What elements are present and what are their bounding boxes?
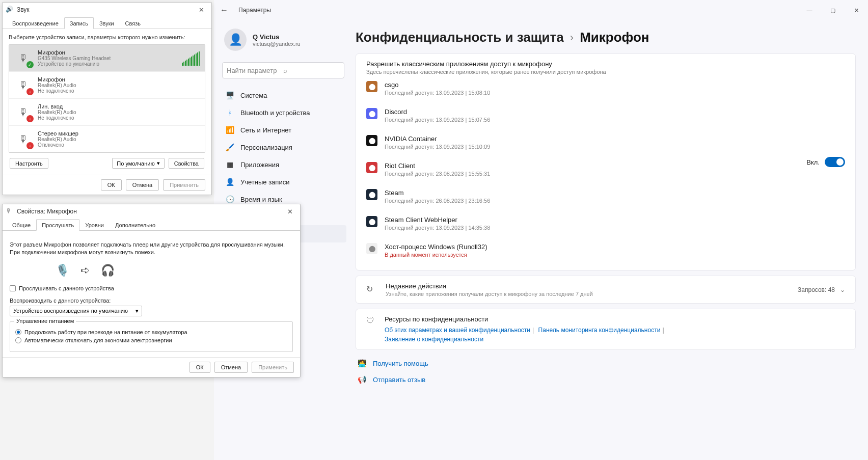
nav-icon: 🖌️ bbox=[225, 143, 234, 152]
tab-comm[interactable]: Связь bbox=[120, 17, 146, 29]
device-icon: 🎙↓ bbox=[14, 76, 33, 94]
sidebar-item[interactable]: ▦Приложения bbox=[220, 156, 346, 173]
maximize-button[interactable]: ▢ bbox=[821, 0, 845, 20]
resource-link-statement[interactable]: Заявление о конфиденциальности bbox=[385, 336, 483, 343]
sidebar-item[interactable]: ᚼBluetooth и устройства bbox=[220, 104, 346, 121]
recent-activity-card[interactable]: ↻ Недавние действия Узнайте, какие прило… bbox=[356, 276, 856, 304]
tab-general[interactable]: Общие bbox=[7, 219, 36, 231]
mic-dialog-title: Свойства: Микрофон bbox=[17, 208, 77, 215]
minimize-button[interactable]: — bbox=[798, 0, 821, 20]
close-button[interactable]: ✕ bbox=[845, 0, 868, 20]
avatar: 👤 bbox=[224, 29, 247, 51]
nav-icon: ▦ bbox=[225, 160, 234, 169]
default-dropdown[interactable]: По умолчанию ▾ bbox=[112, 158, 164, 169]
search-input[interactable]: Найти параметр ⌕ bbox=[222, 62, 344, 78]
radio-continue[interactable]: Продолжать работу при переходе на питани… bbox=[15, 329, 287, 335]
resource-link-dashboard[interactable]: Панель мониторинга конфиденциальности bbox=[538, 327, 661, 334]
user-block[interactable]: 👤 Q Victus victusq@yandex.ru bbox=[220, 24, 346, 59]
sidebar-item[interactable]: 🖥️Система bbox=[220, 87, 346, 104]
resources-title: Ресурсы по конфиденциальности bbox=[385, 315, 666, 323]
checkbox-icon[interactable] bbox=[10, 285, 16, 291]
apply-button[interactable]: Применить bbox=[252, 362, 294, 373]
device-driver: G435 Wireless Gaming Headset bbox=[38, 56, 177, 61]
device-list[interactable]: 🎙✓ Микрофон G435 Wireless Gaming Headset… bbox=[9, 44, 205, 153]
mic-description: Этот разъем Микрофон позволяет подключат… bbox=[10, 241, 293, 257]
sidebar-item-label: Персонализация bbox=[240, 144, 292, 151]
chevron-down-icon: ▾ bbox=[135, 308, 139, 314]
tab-listen[interactable]: Прослушать bbox=[36, 219, 79, 231]
allow-toggle[interactable] bbox=[825, 157, 845, 167]
app-name: Riot Client bbox=[385, 162, 490, 170]
nav-icon: 👤 bbox=[225, 177, 234, 186]
sidebar-item-label: Учетные записи bbox=[240, 178, 289, 186]
chevron-right-icon: › bbox=[570, 31, 574, 44]
device-row[interactable]: 🎙↓ Микрофон Realtek(R) Audio Не подключе… bbox=[9, 72, 205, 99]
ok-button[interactable]: ОК bbox=[189, 362, 210, 373]
cancel-button[interactable]: Отмена bbox=[214, 362, 248, 373]
sidebar-item[interactable]: 👤Учетные записи bbox=[220, 173, 346, 191]
playback-label: Воспроизводить с данного устройства: bbox=[10, 297, 293, 304]
settings-titlebar: ← Параметры — ▢ ✕ bbox=[214, 0, 868, 20]
app-icon: ⬤ bbox=[366, 108, 377, 119]
close-icon[interactable]: ✕ bbox=[194, 6, 208, 14]
settings-main: Конфиденциальность и защита › Микрофон Р… bbox=[351, 20, 868, 460]
status-badge-icon: ↓ bbox=[26, 115, 34, 122]
radio-icon[interactable] bbox=[15, 329, 21, 335]
tab-playback[interactable]: Воспроизведение bbox=[7, 17, 64, 29]
properties-button[interactable]: Свойства bbox=[169, 158, 204, 169]
resources-links: Об этих параметрах и вашей конфиденциаль… bbox=[385, 325, 666, 343]
sound-dialog-titlebar[interactable]: 🔊 Звук ✕ bbox=[3, 3, 211, 17]
shield-icon: 🛡 bbox=[366, 316, 377, 328]
app-icon: ⬤ bbox=[366, 81, 377, 92]
close-icon[interactable]: ✕ bbox=[283, 208, 297, 215]
device-driver: Realtek(R) Audio bbox=[38, 83, 200, 88]
ok-button[interactable]: ОК bbox=[101, 179, 122, 191]
headphones-icon: 🎧 bbox=[101, 264, 115, 277]
device-row[interactable]: 🎙✓ Микрофон G435 Wireless Gaming Headset… bbox=[9, 45, 205, 72]
window-title: Параметры bbox=[238, 7, 271, 14]
app-row: ⬤ Steam Client WebHelper Последний досту… bbox=[366, 210, 806, 237]
sidebar-item-label: Сеть и Интернет bbox=[240, 126, 291, 134]
radio-icon[interactable] bbox=[15, 337, 21, 343]
tab-levels[interactable]: Уровни bbox=[79, 219, 110, 231]
app-icon: ⬤ bbox=[366, 189, 377, 200]
configure-button[interactable]: Настроить bbox=[10, 158, 48, 169]
power-legend: Управление питанием bbox=[14, 318, 76, 324]
nav-icon: 📶 bbox=[225, 125, 234, 134]
tab-recording[interactable]: Запись bbox=[64, 17, 94, 29]
page-title: Микрофон bbox=[580, 30, 649, 45]
search-icon: ⌕ bbox=[283, 67, 340, 74]
app-icon: ⬤ bbox=[366, 216, 377, 227]
device-row[interactable]: 🎙↓ Лин. вход Realtek(R) Audio Не подключ… bbox=[9, 99, 205, 126]
search-placeholder: Найти параметр bbox=[227, 67, 283, 74]
resource-link-about[interactable]: Об этих параметрах и вашей конфиденциаль… bbox=[385, 327, 530, 334]
playback-select[interactable]: Устройство воспроизведения по умолчанию … bbox=[10, 306, 142, 316]
apply-button[interactable]: Применить bbox=[163, 179, 205, 191]
mic-properties-dialog: 🎙 Свойства: Микрофон ✕ Общие Прослушать … bbox=[2, 204, 301, 377]
app-name: Steam Client WebHelper bbox=[385, 216, 490, 224]
app-name: NVIDIA Container bbox=[385, 135, 490, 143]
device-status: Устройство по умолчанию bbox=[38, 61, 177, 67]
app-row: ⬤ Steam Последний доступ: 26.08.2023 | 2… bbox=[366, 183, 806, 210]
mic-dialog-titlebar[interactable]: 🎙 Свойства: Микрофон ✕ bbox=[3, 204, 300, 219]
app-last-access: Последний доступ: 13.09.2023 | 15:07:56 bbox=[385, 117, 490, 123]
settings-window: ← Параметры — ▢ ✕ 👤 Q Victus victusq@yan… bbox=[214, 0, 868, 460]
device-name: Стерео микшер bbox=[38, 130, 200, 137]
tab-advanced[interactable]: Дополнительно bbox=[110, 219, 161, 231]
get-help-link[interactable]: 🧑‍💻 Получить помощь bbox=[356, 355, 856, 371]
app-name: Discord bbox=[385, 108, 490, 116]
app-last-access: Последний доступ: 13.09.2023 | 14:35:38 bbox=[385, 225, 490, 231]
sidebar-item[interactable]: 🖌️Персонализация bbox=[220, 139, 346, 156]
back-button[interactable]: ← bbox=[220, 6, 238, 15]
device-row[interactable]: 🎙↓ Стерео микшер Realtek(R) Audio Отключ… bbox=[9, 126, 205, 152]
device-status: Отключено bbox=[38, 142, 200, 148]
send-feedback-link[interactable]: 📢 Отправить отзыв bbox=[356, 371, 856, 388]
radio-auto-off[interactable]: Автоматически отключать для экономии эле… bbox=[15, 337, 287, 343]
cancel-button[interactable]: Отмена bbox=[126, 179, 159, 191]
listen-checkbox-row[interactable]: Прослушивать с данного устройства bbox=[10, 285, 293, 291]
tab-sounds[interactable]: Звуки bbox=[94, 17, 120, 29]
sidebar-item[interactable]: 📶Сеть и Интернет bbox=[220, 121, 346, 139]
app-last-access: В данный момент используется bbox=[385, 252, 487, 258]
breadcrumb-parent[interactable]: Конфиденциальность и защита bbox=[356, 30, 564, 45]
nav-icon: ᚼ bbox=[225, 108, 234, 117]
